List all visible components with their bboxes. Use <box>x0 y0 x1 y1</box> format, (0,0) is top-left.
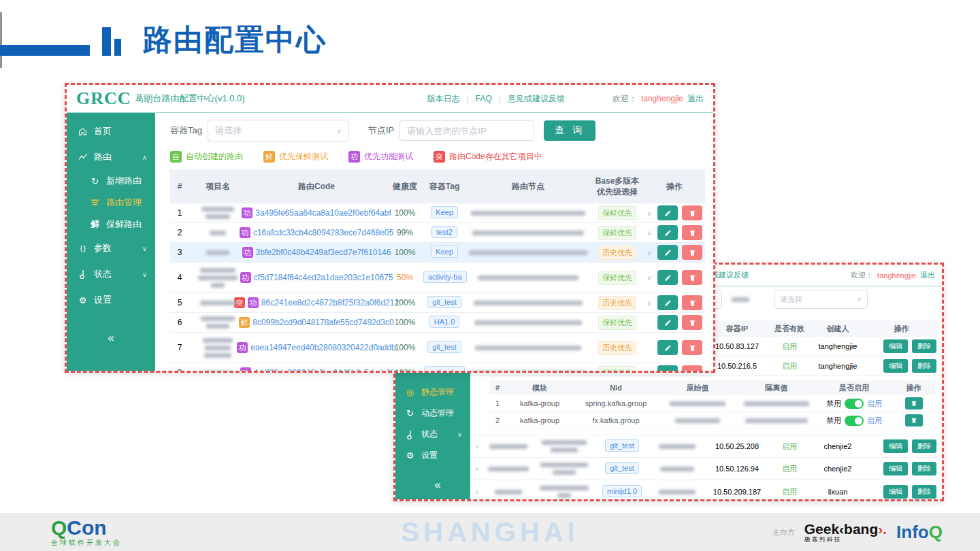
sidebar-item-route-add[interactable]: ↻ 新增路由 <box>67 170 155 192</box>
health-value: 100% <box>387 248 423 257</box>
sidebar-collapse-button[interactable]: « <box>67 325 155 351</box>
chevron-down-icon[interactable]: ∨ <box>645 210 653 217</box>
enable-toggle[interactable] <box>845 399 864 409</box>
enable-toggle[interactable] <box>845 416 864 426</box>
delete-button[interactable] <box>682 295 702 310</box>
route-code-link[interactable]: eaea14947eed40b28080320422d0addb <box>250 343 396 352</box>
home-icon <box>78 127 88 136</box>
edit-button[interactable] <box>657 225 678 240</box>
nid-value: fx.kafka.group <box>574 416 658 424</box>
sidebar-item-status[interactable]: 状态 ∨ <box>67 261 155 287</box>
edit-button[interactable] <box>657 205 678 220</box>
redacted-text <box>211 283 225 288</box>
route-code-link[interactable]: 8c099b2cd9d048178afe55cd7492d3c0 <box>252 318 394 327</box>
sidebar-item-settings[interactable]: ⚙ 设置 <box>67 287 155 313</box>
col-isolated-value: 隔离值 <box>737 383 816 393</box>
chevron-down-icon[interactable]: ∨ <box>645 299 653 307</box>
sidebar-item-params[interactable]: { } 参数 ∨ <box>67 235 155 261</box>
delete-button[interactable]: 删除 <box>912 359 936 373</box>
auto-badge: 自 <box>170 151 182 163</box>
braces-icon: { } <box>78 244 88 252</box>
slide-title: 路由配置中心 <box>143 20 327 60</box>
redacted-text <box>474 320 582 325</box>
delete-button[interactable] <box>682 315 702 330</box>
col-actions: 操作 <box>644 180 705 193</box>
delete-button[interactable]: 删除 <box>912 439 936 453</box>
delete-button[interactable] <box>682 365 702 373</box>
redacted-text <box>201 316 235 321</box>
sidebar-item-route-fresh[interactable]: 鲜 保鲜路由 <box>67 214 155 235</box>
changelog-link[interactable]: 版本日志 <box>427 93 460 105</box>
fresh-icon: 鲜 <box>90 218 100 231</box>
table-row: › glt_test 10.50.126.94 启用 chenjie2 编辑 删… <box>470 458 938 480</box>
redacted-text <box>670 401 725 406</box>
edit-button[interactable] <box>657 295 678 310</box>
route-code-link[interactable]: 3a495fe65aa64ca8a10ae2f0ebf64abf <box>255 208 391 218</box>
health-value: 50% <box>387 273 423 282</box>
select-placeholder: 请选择 <box>215 124 242 137</box>
route-code-link[interactable]: cf5d7184f64c4ed2a1dae203c1e10675 <box>254 273 393 282</box>
table-row: 1 功 3a495fe65aa64ca8a10ae2f0ebf64abf 100… <box>170 203 705 223</box>
edit-button[interactable]: 编辑 <box>883 485 908 499</box>
function-badge: 功 <box>242 247 253 258</box>
sidebar-item-dynamic-manage[interactable]: ↻ 动态管理 <box>395 403 470 424</box>
logout-link[interactable]: 退出 <box>920 270 935 280</box>
collapse-icon: « <box>108 331 114 345</box>
sidebar-item-home[interactable]: 首页 <box>67 118 155 144</box>
container-tag: glt_test <box>605 462 638 474</box>
expand-icon[interactable]: › <box>470 465 484 473</box>
route-code-link[interactable]: 3bfe2bf0c48b4249af3ecd7e7f610146 <box>256 248 391 257</box>
redacted-text <box>744 401 809 406</box>
edit-button[interactable] <box>657 270 678 285</box>
expand-icon[interactable]: › <box>470 442 484 450</box>
sidebar-item-status[interactable]: 状态 ∨ <box>395 424 470 445</box>
delete-button[interactable] <box>682 270 702 285</box>
sidebar-item-settings[interactable]: ⚙ 设置 <box>395 445 470 466</box>
sidebar-item-label: 新增路由 <box>106 175 142 187</box>
edit-button[interactable]: 编辑 <box>883 462 908 475</box>
route-code-link[interactable]: 4d4f93da369346b3ba2440b8c5dcdc0f <box>254 368 393 373</box>
sidebar-item-static-manage[interactable]: ◎ 静态管理 <box>395 382 470 403</box>
chevron-down-icon: ∨ <box>142 271 147 278</box>
logout-link[interactable]: 退出 <box>687 93 704 105</box>
edit-button[interactable] <box>657 340 678 355</box>
redacted-text <box>469 250 587 255</box>
redacted-text <box>205 346 231 350</box>
edit-button[interactable] <box>657 315 678 330</box>
legend-fresh-priority: 鲜 优先保鲜测试 <box>263 151 328 163</box>
container-tag: activity-ba <box>423 271 467 283</box>
delete-button[interactable]: 删除 <box>912 462 936 475</box>
edit-button[interactable] <box>657 245 678 260</box>
delete-button[interactable] <box>682 245 702 260</box>
chevron-down-icon[interactable]: ∨ <box>645 249 653 256</box>
sidebar-collapse-button[interactable]: « <box>395 474 470 495</box>
expand-icon[interactable]: › <box>470 488 484 496</box>
filter-select[interactable]: 请选择 ∨ <box>774 290 868 309</box>
delete-button[interactable] <box>905 414 923 427</box>
faq-link[interactable]: FAQ <box>476 94 492 103</box>
route-code-link[interactable]: 86c241ee8d2c4872b8f25f32a0f6d212 <box>261 298 399 307</box>
delete-button[interactable] <box>682 205 702 220</box>
edit-button[interactable]: 编辑 <box>883 339 908 353</box>
sidebar-item-route-manage[interactable]: 路由管理 <box>67 192 155 214</box>
feedback-link[interactable]: 意见或建议反馈 <box>508 93 565 105</box>
delete-button[interactable]: 删除 <box>912 485 936 499</box>
route-code-link[interactable]: c16afcdc33cb4c8094283ece7d468e05 <box>253 228 393 237</box>
chevron-down-icon[interactable]: ∨ <box>645 274 653 282</box>
sidebar-item-route[interactable]: 路由 ∧ <box>67 144 155 170</box>
search-button[interactable]: 查 询 <box>544 120 595 141</box>
function-badge: 功 <box>240 367 251 373</box>
delete-button[interactable] <box>905 397 923 410</box>
edit-button[interactable] <box>657 365 678 373</box>
delete-button[interactable]: 删除 <box>912 339 936 353</box>
edit-button[interactable]: 编辑 <box>883 359 908 373</box>
edit-button[interactable]: 编辑 <box>883 439 908 453</box>
node-ip-input[interactable] <box>399 120 534 141</box>
delete-button[interactable] <box>682 340 702 355</box>
container-tag-select[interactable]: 请选择 ∨ <box>208 120 349 141</box>
delete-button[interactable] <box>682 225 702 240</box>
sidebar-item-label: 路由管理 <box>106 197 142 209</box>
chevron-down-icon[interactable]: ∨ <box>645 229 653 237</box>
geekbang-subtitle: 极客邦科技 <box>804 537 887 543</box>
chevron-down-icon[interactable]: ∨ <box>645 369 653 373</box>
